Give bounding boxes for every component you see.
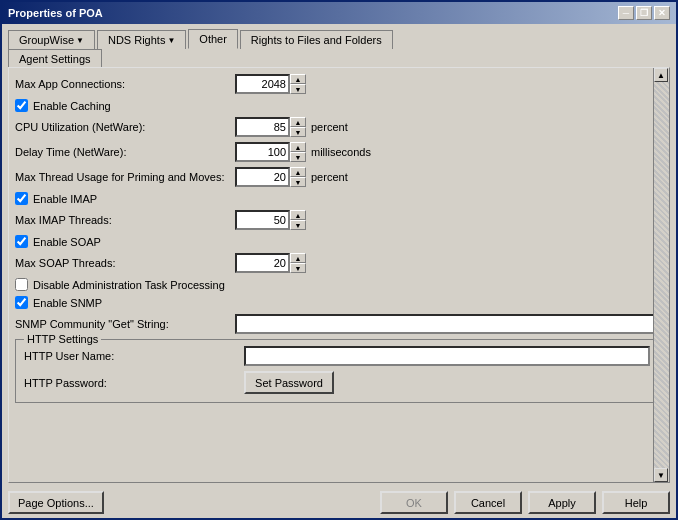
max-app-down[interactable]: ▼ xyxy=(290,84,306,94)
apply-button[interactable]: Apply xyxy=(528,491,596,514)
delay-time-label: Delay Time (NetWare): xyxy=(15,146,235,158)
delay-time-input[interactable] xyxy=(235,142,290,162)
cpu-utilization-row: CPU Utilization (NetWare): ▲ ▼ percen xyxy=(15,117,659,137)
max-app-input[interactable] xyxy=(235,74,290,94)
max-imap-input[interactable] xyxy=(235,210,290,230)
thread-unit: percent xyxy=(311,171,348,183)
snmp-community-label: SNMP Community "Get" String: xyxy=(15,318,235,330)
snmp-community-input[interactable] xyxy=(235,314,659,334)
ok-button[interactable]: OK xyxy=(380,491,448,514)
delay-up[interactable]: ▲ xyxy=(290,142,306,152)
tab-rights-label: Rights to Files and Folders xyxy=(251,34,382,46)
delay-time-spinner: ▲ ▼ xyxy=(235,142,306,162)
down-icon-thread: ▼ xyxy=(295,179,302,186)
title-bar-buttons: ─ ❐ ✕ xyxy=(618,6,670,20)
cpu-spinner-buttons: ▲ ▼ xyxy=(290,117,306,137)
http-username-row: HTTP User Name: xyxy=(24,346,650,366)
down-icon-cpu: ▼ xyxy=(295,129,302,136)
delay-spinner-buttons: ▲ ▼ xyxy=(290,142,306,162)
tab-nds-rights[interactable]: NDS Rights ▼ xyxy=(97,30,186,49)
set-password-button[interactable]: Set Password xyxy=(244,371,334,394)
restore-button[interactable]: ❐ xyxy=(636,6,652,20)
cancel-button[interactable]: Cancel xyxy=(454,491,522,514)
delay-unit: milliseconds xyxy=(311,146,371,158)
help-button[interactable]: Help xyxy=(602,491,670,514)
max-imap-spinner: ▲ ▼ xyxy=(235,210,306,230)
cpu-down[interactable]: ▼ xyxy=(290,127,306,137)
scroll-track[interactable] xyxy=(654,82,669,468)
footer-bar: Page Options... OK Cancel Apply Help xyxy=(2,487,676,518)
imap-up[interactable]: ▲ xyxy=(290,210,306,220)
imap-spinner-buttons: ▲ ▼ xyxy=(290,210,306,230)
window-title: Properties of POA xyxy=(8,7,103,19)
max-app-spinner-buttons: ▲ ▼ xyxy=(290,74,306,94)
scrollbar: ▲ ▼ xyxy=(653,68,669,482)
enable-imap-checkbox[interactable] xyxy=(15,192,28,205)
content-area: GroupWise ▼ NDS Rights ▼ Other Rights to… xyxy=(2,24,676,487)
up-icon-imap: ▲ xyxy=(295,212,302,219)
tab-groupwise[interactable]: GroupWise ▼ xyxy=(8,30,95,49)
scroll-down-button[interactable]: ▼ xyxy=(654,468,668,482)
max-thread-spinner: ▲ ▼ xyxy=(235,167,306,187)
down-icon-soap: ▼ xyxy=(295,265,302,272)
soap-down[interactable]: ▼ xyxy=(290,263,306,273)
scroll-up-button[interactable]: ▲ xyxy=(654,68,668,82)
enable-soap-row: Enable SOAP xyxy=(15,235,659,248)
tab-groupwise-arrow: ▼ xyxy=(76,36,84,45)
thread-up[interactable]: ▲ xyxy=(290,167,306,177)
cpu-utilization-input[interactable] xyxy=(235,117,290,137)
tab-agent-settings[interactable]: Agent Settings xyxy=(8,49,102,68)
delay-down[interactable]: ▼ xyxy=(290,152,306,162)
delay-time-row: Delay Time (NetWare): ▲ ▼ millisecond xyxy=(15,142,659,162)
max-soap-spinner: ▲ ▼ xyxy=(235,253,306,273)
restore-icon: ❐ xyxy=(640,8,648,18)
snmp-community-row: SNMP Community "Get" String: xyxy=(15,314,659,334)
minimize-button[interactable]: ─ xyxy=(618,6,634,20)
soap-spinner-buttons: ▲ ▼ xyxy=(290,253,306,273)
tabs-row2: Agent Settings xyxy=(8,48,670,67)
enable-caching-checkbox[interactable] xyxy=(15,99,28,112)
tab-other[interactable]: Other xyxy=(188,29,238,49)
max-imap-label: Max IMAP Threads: xyxy=(15,214,235,226)
up-icon-thread: ▲ xyxy=(295,169,302,176)
cpu-unit: percent xyxy=(311,121,348,133)
http-username-input[interactable] xyxy=(244,346,650,366)
page-options-button[interactable]: Page Options... xyxy=(8,491,104,514)
enable-soap-label: Enable SOAP xyxy=(33,236,101,248)
enable-snmp-checkbox[interactable] xyxy=(15,296,28,309)
http-password-label: HTTP Password: xyxy=(24,377,244,389)
thread-spinner-buttons: ▲ ▼ xyxy=(290,167,306,187)
max-thread-input[interactable] xyxy=(235,167,290,187)
max-imap-row: Max IMAP Threads: ▲ ▼ xyxy=(15,210,659,230)
minimize-icon: ─ xyxy=(623,8,629,18)
down-icon: ▼ xyxy=(295,86,302,93)
enable-snmp-label: Enable SNMP xyxy=(33,297,102,309)
imap-down[interactable]: ▼ xyxy=(290,220,306,230)
max-app-spinner: ▲ ▼ xyxy=(235,74,306,94)
close-button[interactable]: ✕ xyxy=(654,6,670,20)
soap-up[interactable]: ▲ xyxy=(290,253,306,263)
max-app-label: Max App Connections: xyxy=(15,78,235,90)
enable-caching-label: Enable Caching xyxy=(33,100,111,112)
max-thread-label: Max Thread Usage for Priming and Moves: xyxy=(15,171,235,183)
max-soap-input[interactable] xyxy=(235,253,290,273)
cpu-up[interactable]: ▲ xyxy=(290,117,306,127)
scrollable-content[interactable]: Max App Connections: ▲ ▼ xyxy=(15,74,663,476)
tab-agent-settings-label: Agent Settings xyxy=(19,53,91,65)
max-soap-label: Max SOAP Threads: xyxy=(15,257,235,269)
thread-down[interactable]: ▼ xyxy=(290,177,306,187)
enable-soap-checkbox[interactable] xyxy=(15,235,28,248)
cpu-utilization-label: CPU Utilization (NetWare): xyxy=(15,121,235,133)
enable-snmp-row: Enable SNMP xyxy=(15,296,659,309)
scroll-down-icon: ▼ xyxy=(657,471,665,480)
enable-imap-label: Enable IMAP xyxy=(33,193,97,205)
tab-rights-files-folders[interactable]: Rights to Files and Folders xyxy=(240,30,393,49)
scroll-up-icon: ▲ xyxy=(657,71,665,80)
properties-window: Properties of POA ─ ❐ ✕ GroupWise ▼ NDS … xyxy=(0,0,678,520)
tab-nds-rights-arrow: ▼ xyxy=(167,36,175,45)
disable-admin-row: Disable Administration Task Processing xyxy=(15,278,659,291)
max-app-up[interactable]: ▲ xyxy=(290,74,306,84)
http-settings-group: HTTP Settings HTTP User Name: HTTP Passw… xyxy=(15,339,659,403)
disable-admin-checkbox[interactable] xyxy=(15,278,28,291)
max-thread-row: Max Thread Usage for Priming and Moves: … xyxy=(15,167,659,187)
